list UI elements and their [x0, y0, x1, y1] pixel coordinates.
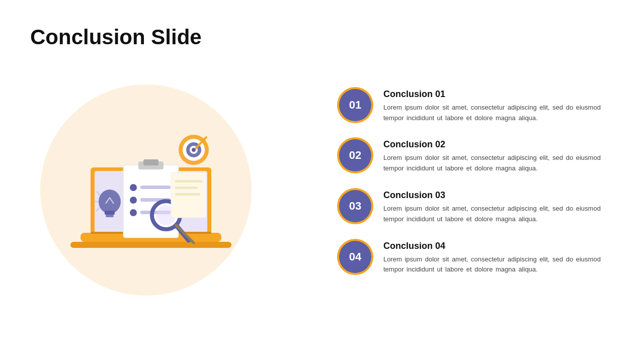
conclusion-body-2: Lorem ipsum dolor sit amet, consectetur … [383, 153, 614, 174]
badge-inner-1: 01 [339, 89, 371, 121]
badge-inner-4: 04 [339, 241, 371, 273]
badge-3: 03 [337, 188, 373, 224]
right-section: 01 Conclusion 01 Lorem ipsum dolor sit a… [322, 20, 614, 342]
conclusion-item-3: 03 Conclusion 03 Lorem ipsum dolor sit a… [337, 188, 614, 225]
svg-point-25 [99, 190, 121, 214]
slide-title: Conclusion Slide [30, 25, 322, 49]
svg-rect-26 [105, 211, 115, 215]
conclusion-item-1: 01 Conclusion 01 Lorem ipsum dolor sit a… [337, 87, 614, 124]
slide: Conclusion Slide [0, 0, 644, 362]
badge-inner-3: 03 [339, 190, 371, 222]
conclusion-item-2: 02 Conclusion 02 Lorem ipsum dolor sit a… [337, 137, 614, 174]
conclusion-text-4: Conclusion 04 Lorem ipsum dolor sit amet… [383, 239, 614, 276]
conclusion-text-3: Conclusion 03 Lorem ipsum dolor sit amet… [383, 188, 614, 225]
svg-rect-16 [140, 186, 171, 189]
conclusion-heading-2: Conclusion 02 [383, 139, 614, 150]
badge-1: 01 [337, 87, 373, 123]
left-section: Conclusion Slide [30, 20, 322, 342]
illustration-container [30, 64, 262, 316]
svg-point-15 [130, 184, 137, 191]
svg-rect-27 [106, 215, 114, 217]
svg-point-17 [130, 197, 137, 204]
conclusion-text-2: Conclusion 02 Lorem ipsum dolor sit amet… [383, 137, 614, 174]
badge-4: 04 [337, 239, 373, 275]
svg-rect-35 [175, 187, 198, 189]
conclusion-body-3: Lorem ipsum dolor sit amet, consectetur … [383, 204, 614, 225]
svg-point-19 [130, 209, 137, 216]
conclusion-heading-3: Conclusion 03 [383, 190, 614, 201]
conclusion-item-4: 04 Conclusion 04 Lorem ipsum dolor sit a… [337, 239, 614, 276]
conclusion-body-1: Lorem ipsum dolor sit amet, consectetur … [383, 103, 614, 124]
badge-2: 02 [337, 137, 373, 173]
svg-rect-8 [70, 242, 231, 248]
svg-rect-34 [175, 180, 202, 183]
svg-rect-14 [143, 159, 158, 165]
badge-inner-2: 02 [339, 139, 371, 171]
conclusion-text-1: Conclusion 01 Lorem ipsum dolor sit amet… [383, 87, 614, 124]
conclusion-body-4: Lorem ipsum dolor sit amet, consectetur … [383, 254, 614, 276]
illustration-svg [50, 107, 242, 298]
svg-rect-36 [175, 193, 200, 196]
conclusion-heading-1: Conclusion 01 [383, 89, 614, 100]
conclusion-heading-4: Conclusion 04 [383, 241, 614, 251]
